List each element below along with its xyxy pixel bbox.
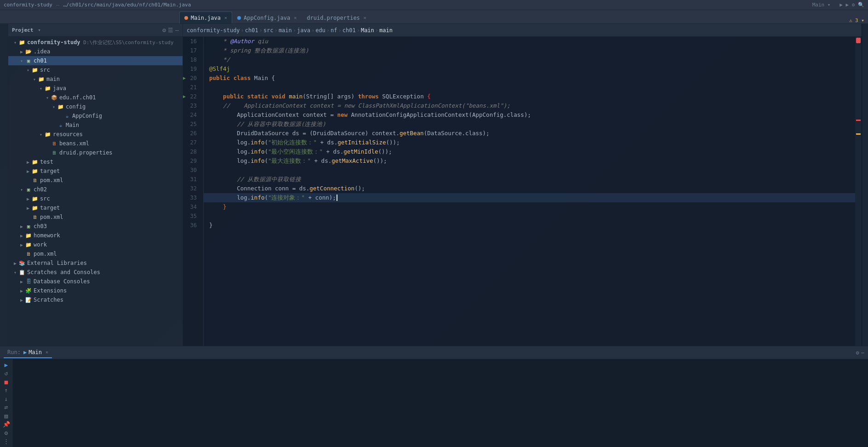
run-icon-up[interactable]: ↑ [1,387,11,395]
folder-icon-test: 📁 [31,159,39,165]
tab-appconfig-java[interactable]: AppConfig.java ✕ [232,11,302,23]
line-num-27: 27 [183,138,200,147]
tab-close-druid[interactable]: ✕ [364,15,366,20]
tree-arrow-src-ch02: ▶ [25,196,31,201]
breadcrumb-project: conformity-study [187,27,240,34]
module-icon-ch03: ▣ [25,223,32,229]
tree-item-target-ch01[interactable]: ▶ 📁 target [8,166,183,176]
tree-label-druid-prop: druid.properties [59,149,113,156]
tree-arrow-root: ▾ [12,40,18,45]
tree-item-ext-lib[interactable]: ▶ 📚 External Libraries [8,258,183,268]
tree-item-beans-xml[interactable]: 🗎 beans.xml [8,139,183,148]
tree-item-config[interactable]: ▾ 📁 config [8,102,183,111]
line-num-33: 33 [183,193,200,202]
editor-content: 16 17 18 19 ▶ 20 21 ▶ 22 23 24 25 [183,37,862,346]
bottom-settings-icon[interactable]: ⚙ [856,350,859,356]
tree-item-resources[interactable]: ▾ 📁 resources [8,130,183,139]
run-icon-pin[interactable]: 📌 [1,421,11,429]
tree-item-idea[interactable]: ▶ 📂 .idea [8,47,183,56]
tree-item-db-console[interactable]: ▶ 🗄 Database Consoles [8,277,183,286]
code-text-17: * spring 整合数据源(连接池) [209,46,309,55]
tree-label-scratches-consoles: Scratches and Consoles [27,269,100,275]
tree-arrow-scratches-consoles: ▾ [12,270,18,275]
breadcrumb-ch01-pkg: ch01 [343,27,356,34]
run-tab-label: Run: [7,349,21,355]
tab-main-java[interactable]: Main.java ✕ [179,11,232,23]
title-project: conformity-study [4,2,52,8]
run-icon-down[interactable]: ↓ [1,395,11,403]
code-area[interactable]: * @Author qiu * spring 整合数据源(连接池) */ @Sl… [204,37,855,346]
bottom-minimize-icon[interactable]: − [861,350,864,356]
tree-item-pkg[interactable]: ▾ 📦 edu.nf.ch01 [8,93,183,102]
tree-item-ch03[interactable]: ▶ ▣ ch03 [8,222,183,231]
line-num-19: 19 [183,64,200,74]
tree-arrow-src: ▾ [25,68,31,73]
tree-item-ch02[interactable]: ▾ ▣ ch02 [8,185,183,194]
xml-icon-beans: 🗎 [51,140,58,147]
run-tab-close[interactable]: ✕ [46,350,48,355]
warning-count: ⚠ 3 ▾ [849,17,864,23]
breadcrumb-edu: edu [315,27,326,34]
code-line-26: DruidDataSource ds = ( DruidDataSource )… [204,129,855,138]
run-icon-gear[interactable]: ⚙ [1,429,11,437]
code-line-30 [204,166,855,175]
line-num-23: 23 [183,101,200,110]
code-line-32: Connection conn = ds. getConnection (); [204,184,855,193]
folder-icon-java: 📁 [44,85,51,92]
tab-close-appconfig[interactable]: ✕ [294,15,297,20]
folder-icon-main: 📁 [38,76,45,82]
fold-arrow-22[interactable]: ▶ [183,92,186,101]
code-line-28: log . info ( "最小空闲连接数：" + ds. getMinIdle… [204,147,855,156]
run-icon-more[interactable]: ⋮ [1,438,11,446]
tree-arrow-target-ch02: ▶ [25,206,31,211]
tree-arrow-ch03: ▶ [18,224,25,229]
run-icon-rerun[interactable]: ↺ [1,370,11,378]
run-icon-wrap[interactable]: ⇄ [1,404,11,412]
tree-item-pom-ch02[interactable]: 🗎 pom.xml [8,212,183,222]
run-icon-stop[interactable]: ■ [1,378,11,386]
run-icon-play[interactable]: ▶ [1,361,11,369]
tree-item-scratches-consoles[interactable]: ▾ 📋 Scratches and Consoles [8,268,183,277]
tree-item-src[interactable]: ▾ 📁 src [8,65,183,74]
tab-druid-props[interactable]: druid.properties ✕ [302,11,371,23]
sidebar-dropdown[interactable]: ▾ [38,27,41,33]
tree-item-main[interactable]: ▾ 📁 main [8,74,183,84]
tree-label-db-console: Database Consoles [34,278,90,285]
tree-label-extensions: Extensions [34,287,67,294]
tree-label-idea: .idea [34,48,50,55]
tree-item-extensions[interactable]: ▶ 🧩 Extensions [8,286,183,295]
fold-arrow-20[interactable]: ▶ [183,74,186,83]
tab-label-appconfig: AppConfig.java [244,15,290,21]
tree-item-work[interactable]: ▶ 📁 work [8,240,183,249]
tree-label-homework: homework [34,232,60,239]
tree-item-pom-root[interactable]: 🗎 pom.xml [8,249,183,258]
tree-item-java-folder[interactable]: ▾ 📁 java [8,84,183,93]
tab-close-main[interactable]: ✕ [224,15,227,20]
main-with-left: Project ▾ ⚙ ☰ — ▾ 📁 conformity-study D:\… [0,24,868,346]
line-num-32: 32 [183,184,200,193]
tree-item-ch01[interactable]: ▾ ▣ ch01 [8,56,183,65]
tree-item-test[interactable]: ▶ 📁 test [8,157,183,166]
tree-item-scratches[interactable]: ▶ 📝 Scratches [8,295,183,304]
tree-item-root[interactable]: ▾ 📁 conformity-study D:\作业记忆\S5\conformi… [8,38,183,47]
tree-item-pom-ch01[interactable]: 🗎 pom.xml [8,176,183,185]
sidebar-icon-collapse[interactable]: — [175,27,179,34]
tree-item-druid-prop[interactable]: 🗎 druid.properties [8,148,183,157]
run-icon-filter[interactable]: ▤ [1,412,11,420]
run-config-name: Main [29,349,42,355]
sidebar-icon-settings[interactable]: ⚙ [162,27,166,34]
tree-item-homework[interactable]: ▶ 📁 homework [8,231,183,240]
tree-item-appconfig[interactable]: ☕ AppConfig [8,111,183,120]
breadcrumb-module: ch01 [245,27,258,34]
java-icon-main: ☕ [57,122,64,128]
sidebar-icon-layout[interactable]: ☰ [168,27,173,34]
tree-label-pom-ch01: pom.xml [40,177,63,183]
tree-label-ch02: ch02 [34,186,47,193]
tree-item-target-ch02[interactable]: ▶ 📁 target [8,203,183,212]
bottom-tab-run[interactable]: Run: ▶ Main ✕ [4,347,52,358]
tree-item-src-ch02[interactable]: ▶ 📁 src [8,194,183,203]
error-mark-1 [856,120,861,121]
breadcrumb-nf: nf [331,27,337,34]
tree-item-main-java[interactable]: ☕ Main [8,120,183,130]
scratches-icon: 📝 [25,297,32,303]
